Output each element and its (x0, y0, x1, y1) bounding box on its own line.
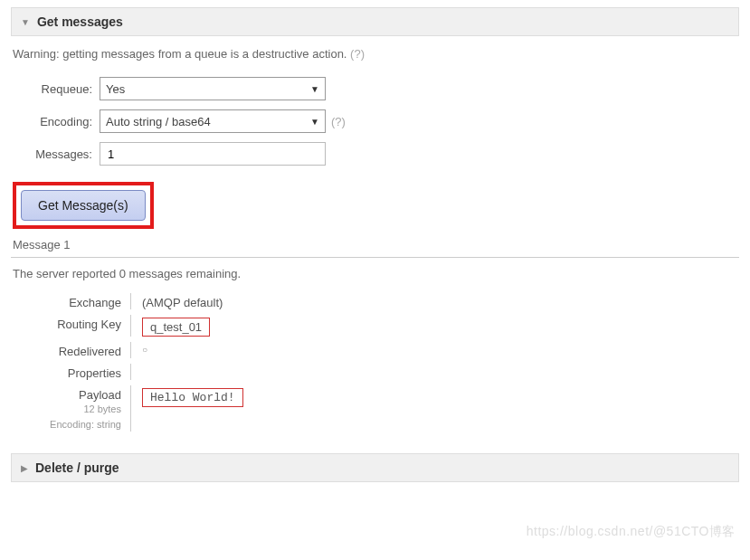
requeue-value: Yes (106, 82, 125, 96)
routing-key-label: Routing Key (31, 315, 130, 331)
messages-input[interactable] (100, 142, 326, 166)
get-messages-section-header[interactable]: ▼ Get messages (11, 7, 739, 36)
requeue-row: Requeue: Yes ▼ (11, 77, 739, 100)
help-icon[interactable]: (?) (331, 115, 346, 128)
payload-encoding: Encoding: string (31, 417, 130, 432)
payload-size: 12 bytes (31, 402, 130, 417)
divider (130, 293, 131, 309)
divider (130, 385, 131, 432)
payload-value: Hello World! (142, 385, 243, 407)
section-title: Get messages (37, 14, 123, 29)
redelivered-value: ○ (142, 342, 147, 355)
redelivered-row: Redelivered ○ (31, 342, 739, 358)
message-header: Message 1 (11, 234, 739, 258)
redelivered-label: Redelivered (31, 342, 130, 358)
exchange-row: Exchange (AMQP default) (31, 293, 739, 309)
exchange-value: (AMQP default) (142, 293, 223, 309)
encoding-row: Encoding: Auto string / base64 ▼ (?) (11, 109, 739, 133)
routing-key-row: Routing Key q_test_01 (31, 315, 739, 337)
encoding-label: Encoding: (11, 115, 100, 128)
warning-message: Warning: getting messages from a queue i… (13, 47, 347, 61)
divider (130, 342, 131, 358)
section-title: Delete / purge (35, 460, 119, 475)
help-icon[interactable]: (?) (350, 47, 365, 61)
messages-row: Messages: (11, 142, 739, 166)
requeue-label: Requeue: (11, 82, 100, 96)
payload-row: Payload 12 bytes Encoding: string Hello … (31, 385, 739, 432)
properties-row: Properties (31, 364, 739, 380)
chevron-down-icon: ▼ (310, 117, 319, 127)
get-messages-button[interactable]: Get Message(s) (21, 190, 146, 221)
requeue-select[interactable]: Yes ▼ (100, 77, 326, 100)
divider (130, 364, 131, 380)
highlight-box: q_test_01 (142, 318, 210, 337)
message-details: Exchange (AMQP default) Routing Key q_te… (31, 293, 739, 432)
chevron-right-icon: ▶ (21, 463, 28, 473)
highlight-box: Hello World! (142, 388, 243, 407)
messages-label: Messages: (11, 147, 100, 161)
exchange-label: Exchange (31, 293, 130, 309)
warning-text: Warning: getting messages from a queue i… (13, 47, 739, 61)
payload-label: Payload (31, 385, 130, 402)
divider (130, 315, 131, 337)
encoding-value: Auto string / base64 (106, 115, 211, 128)
properties-label: Properties (31, 364, 130, 380)
encoding-select[interactable]: Auto string / base64 ▼ (100, 109, 326, 133)
delete-purge-section-header[interactable]: ▶ Delete / purge (11, 453, 739, 482)
chevron-down-icon: ▼ (21, 17, 30, 27)
remaining-text: The server reported 0 messages remaining… (13, 267, 739, 280)
chevron-down-icon: ▼ (310, 84, 319, 94)
routing-key-value: q_test_01 (142, 315, 210, 337)
highlight-box: Get Message(s) (13, 182, 154, 229)
